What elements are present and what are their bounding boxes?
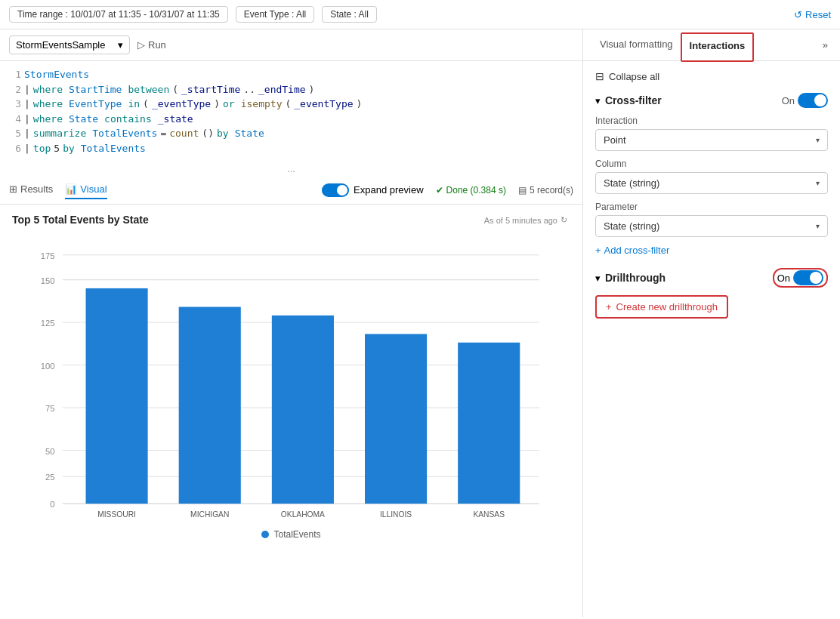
chevron-down-icon: ▾ <box>118 39 123 51</box>
main-layout: StormEventsSample ▾ ▷ Run 1 StormEvents … <box>0 29 840 617</box>
bar-chart-svg: 175 150 125 100 75 50 25 <box>12 232 570 526</box>
svg-text:175: 175 <box>41 251 55 260</box>
parameter-select[interactable]: State (string) ▾ <box>595 215 828 237</box>
svg-text:50: 50 <box>45 447 55 456</box>
filter-event-type[interactable]: Event Type : All <box>236 6 315 23</box>
collapse-all-button[interactable]: ⊟ Collapse all <box>595 70 659 82</box>
svg-text:MISSOURI: MISSOURI <box>97 510 136 519</box>
cross-filter-chevron[interactable]: ▾ <box>595 95 601 106</box>
tab-visual[interactable]: 📊 Visual <box>65 180 107 199</box>
interaction-select[interactable]: Point ▾ <box>595 129 828 151</box>
tab-interactions[interactable]: Interactions <box>681 32 755 62</box>
drillthrough-toggle[interactable] <box>793 270 823 285</box>
right-panel: Visual formatting Interactions » ⊟ Colla… <box>583 29 840 617</box>
checkmark-icon: ✔ <box>436 185 443 196</box>
parameter-chevron-icon: ▾ <box>816 222 820 230</box>
parameter-label: Parameter <box>595 202 828 212</box>
svg-text:MICHIGAN: MICHIGAN <box>190 510 229 519</box>
chart-subtitle: As of 5 minutes ago ↻ <box>484 215 567 225</box>
svg-text:25: 25 <box>45 473 55 482</box>
code-line-6: 6 | top 5 by TotalEvents <box>0 141 582 156</box>
cross-filter-toggle[interactable] <box>798 93 828 108</box>
drillthrough-title: Drillthrough <box>605 272 768 284</box>
cross-filter-section: ▾ Cross-filter On Interaction Point ▾ Co… <box>595 93 828 256</box>
expand-toggle-switch[interactable] <box>322 183 349 197</box>
editor-dots: ... <box>0 162 582 176</box>
code-editor[interactable]: 1 StormEvents 2 | where StartTime betwee… <box>0 61 582 162</box>
drillthrough-chevron[interactable]: ▾ <box>595 273 601 284</box>
plus-icon: + <box>595 245 601 256</box>
svg-text:KANSAS: KANSAS <box>473 510 505 519</box>
bar-oklahoma[interactable] <box>272 316 334 504</box>
drillthrough-header: ▾ Drillthrough On <box>595 268 828 288</box>
code-line-4: 4 | where State contains _state <box>0 112 582 127</box>
bar-illinois[interactable] <box>365 334 427 504</box>
right-tabs: Visual formatting Interactions » <box>583 29 840 61</box>
refresh-icon[interactable]: ↻ <box>561 215 567 225</box>
run-button[interactable]: ▷ Run <box>137 39 166 51</box>
filter-time-range[interactable]: Time range : 10/01/07 at 11:35 - 10/31/0… <box>9 6 228 23</box>
records-icon: ▤ <box>518 185 527 196</box>
svg-text:OKLAHOMA: OKLAHOMA <box>281 510 325 519</box>
run-icon: ▷ <box>137 39 145 51</box>
chart-title: Top 5 Total Events by State <box>12 214 149 226</box>
left-panel: StormEventsSample ▾ ▷ Run 1 StormEvents … <box>0 29 583 617</box>
chart-container: 175 150 125 100 75 50 25 <box>12 232 570 526</box>
column-select[interactable]: State (string) ▾ <box>595 172 828 194</box>
query-toolbar: StormEventsSample ▾ ▷ Run <box>0 29 582 61</box>
chart-area: Top 5 Total Events by State As of 5 minu… <box>0 205 582 617</box>
cross-filter-title: Cross-filter <box>605 94 777 106</box>
cross-filter-header: ▾ Cross-filter On <box>595 93 828 108</box>
svg-text:ILLINOIS: ILLINOIS <box>380 510 412 519</box>
tab-results[interactable]: ⊞ Results <box>9 180 53 199</box>
column-chevron-icon: ▾ <box>816 179 820 187</box>
table-icon: ⊞ <box>9 183 17 195</box>
drillthrough-toggle-group: On <box>773 268 828 288</box>
reset-icon: ↺ <box>794 9 802 20</box>
status-records: ▤ 5 record(s) <box>518 185 573 196</box>
drillthrough-plus-icon: + <box>606 301 612 313</box>
code-line-3: 3 | where EventType in (_eventType) or i… <box>0 97 582 112</box>
chart-legend: TotalEvents <box>12 529 570 540</box>
filter-state[interactable]: State : All <box>322 6 377 23</box>
add-cross-filter-button[interactable]: + Add cross-filter <box>595 245 669 256</box>
svg-text:75: 75 <box>45 404 55 413</box>
svg-text:125: 125 <box>41 319 55 328</box>
drillthrough-section: ▾ Drillthrough On + Create new drillthro… <box>595 268 828 319</box>
bar-missouri[interactable] <box>86 288 148 504</box>
interaction-chevron-icon: ▾ <box>816 136 820 144</box>
right-content: ⊟ Collapse all ▾ Cross-filter On Interac… <box>583 61 840 617</box>
interaction-label: Interaction <box>595 115 828 126</box>
bar-michigan[interactable] <box>179 307 241 504</box>
expand-panel-button[interactable]: » <box>820 29 831 60</box>
tabs-bar: ⊞ Results 📊 Visual Expand preview ✔ Done… <box>0 176 582 205</box>
status-done: ✔ Done (0.384 s) <box>436 185 506 196</box>
code-line-5: 5 | summarize TotalEvents = count() by S… <box>0 126 582 141</box>
svg-text:150: 150 <box>41 276 55 285</box>
bar-kansas[interactable] <box>458 343 520 504</box>
cross-filter-toggle-group: On <box>782 93 828 108</box>
column-label: Column <box>595 159 828 169</box>
code-line-2: 2 | where StartTime between (_startTime.… <box>0 82 582 97</box>
chart-icon: 📊 <box>65 183 77 195</box>
svg-text:0: 0 <box>50 500 54 509</box>
legend-dot <box>261 531 269 538</box>
reset-button[interactable]: ↺ Reset <box>794 9 831 20</box>
tab-visual-formatting[interactable]: Visual formatting <box>592 29 681 60</box>
expand-preview-toggle[interactable]: Expand preview <box>322 183 424 197</box>
svg-text:100: 100 <box>41 362 55 371</box>
code-line-1: 1 StormEvents <box>0 67 582 82</box>
database-select[interactable]: StormEventsSample ▾ <box>9 35 130 54</box>
top-bar: Time range : 10/01/07 at 11:35 - 10/31/0… <box>0 0 840 29</box>
create-drillthrough-button[interactable]: + Create new drillthrough <box>595 295 728 319</box>
collapse-icon: ⊟ <box>595 70 604 82</box>
